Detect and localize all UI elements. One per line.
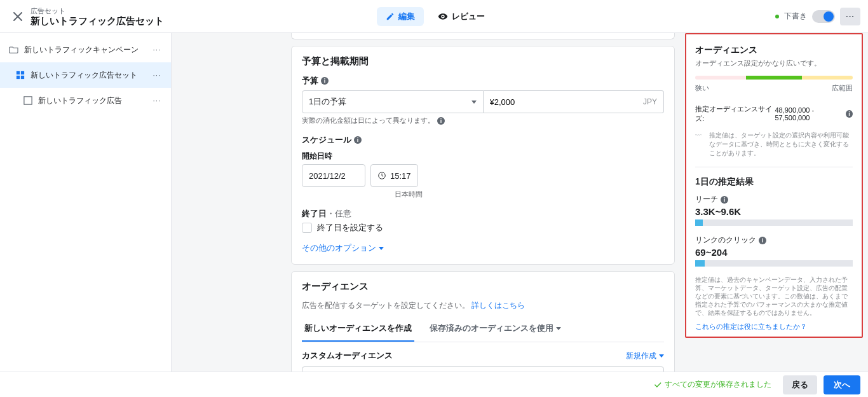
check-icon — [653, 380, 662, 389]
tree-campaign[interactable]: 新しいトラフィックキャンペーン ··· — [0, 37, 171, 62]
tree-ad-label: 新しいトラフィック広告 — [38, 95, 122, 106]
custom-audience-label: カスタムオーディエンス — [302, 350, 393, 361]
audience-learn-more-link[interactable]: 詳しくはこちら — [471, 301, 525, 310]
svg-rect-2 — [17, 76, 20, 79]
est-size-value: 48,900,000 - 57,500,000 — [775, 106, 843, 122]
close-button[interactable] — [8, 6, 28, 27]
info-icon[interactable]: i — [759, 237, 766, 244]
tree-item-more[interactable]: ··· — [149, 67, 165, 83]
reach-label: リーチ — [695, 194, 718, 205]
audience-desc: 広告を配信するターゲットを設定してください。 — [302, 301, 470, 310]
budget-schedule-card: 予算と掲載期間 予算 i 1日の予算 JPY — [291, 46, 675, 265]
top-header: 広告セット 新しいトラフィック広告セット 編集 レビュー 下書き ··· — [0, 0, 868, 33]
gauge-narrow-label: 狭い — [695, 83, 709, 93]
status-dot — [775, 15, 779, 18]
more-options-link[interactable]: その他のオプション — [302, 242, 664, 254]
draft-toggle[interactable] — [812, 10, 835, 23]
clicks-bar — [695, 260, 853, 267]
start-label: 開始日時 — [302, 151, 664, 162]
bottom-bar: すべての変更が保存されました 戻る 次へ — [0, 372, 868, 397]
back-button-label: 戻る — [792, 380, 808, 389]
card-partial-above — [291, 33, 675, 39]
feedback-link[interactable]: これらの推定は役に立ちましたか？ — [695, 322, 853, 331]
budget-schedule-title: 予算と掲載期間 — [302, 55, 664, 67]
info-icon[interactable]: i — [721, 196, 728, 204]
est-size-note: 推定値は、ターゲット設定の選択内容や利用可能なデータに基づき、時間とともに大きく… — [709, 131, 853, 158]
trend-icon: 〰 — [695, 131, 705, 158]
back-button[interactable]: 戻る — [783, 375, 817, 394]
rp-subtitle: オーディエンス設定がかなり広いです。 — [695, 59, 853, 68]
clicks-value: 69~204 — [695, 247, 853, 258]
new-audience-link[interactable]: 新規作成 — [626, 351, 664, 361]
budget-amount-input[interactable]: JPY — [484, 90, 665, 113]
chevron-down-icon — [471, 101, 477, 104]
budget-type-select[interactable]: 1日の予算 — [302, 90, 484, 113]
timezone-label: 日本時間 — [302, 190, 423, 199]
tree-item-more[interactable]: ··· — [149, 93, 165, 108]
more-options-label: その他のオプション — [302, 242, 376, 254]
svg-rect-4 — [24, 97, 32, 104]
review-button[interactable]: レビュー — [431, 7, 491, 26]
budget-label: 予算 — [302, 75, 318, 87]
pencil-icon — [386, 12, 395, 21]
tab-new-audience-label: 新しいオーディエンスを作成 — [304, 323, 412, 334]
clock-icon — [377, 171, 386, 180]
status-label: 下書き — [784, 11, 807, 22]
audience-insights-panel: オーディエンス オーディエンス設定がかなり広いです。 狭い 広範囲 推定オーディ… — [685, 33, 863, 338]
budget-currency: JPY — [643, 97, 657, 106]
clicks-label: リンクのクリック — [695, 235, 756, 246]
edit-button[interactable]: 編集 — [377, 7, 424, 26]
header-more-button[interactable]: ··· — [840, 8, 860, 25]
rp-title: オーディエンス — [695, 45, 853, 56]
tree-campaign-label: 新しいトラフィックキャンペーン — [24, 45, 139, 55]
start-time-input[interactable]: 15:17 — [370, 164, 418, 187]
adset-icon — [15, 70, 25, 80]
info-icon[interactable]: i — [321, 77, 329, 85]
main-content: 予算と掲載期間 予算 i 1日の予算 JPY — [172, 33, 868, 372]
budget-type-value: 1日の予算 — [309, 96, 346, 108]
new-audience-link-label: 新規作成 — [626, 351, 656, 361]
start-date-input[interactable]: 2021/12/2 — [302, 164, 365, 187]
daily-title: 1日の推定結果 — [695, 176, 853, 188]
tab-new-audience[interactable]: 新しいオーディエンスを作成 — [302, 316, 414, 342]
eye-icon — [438, 11, 448, 22]
svg-rect-3 — [21, 76, 24, 79]
gauge-wide-label: 広範囲 — [832, 83, 853, 93]
review-button-label: レビュー — [452, 11, 485, 22]
start-date-value: 2021/12/2 — [309, 171, 346, 181]
start-time-value: 15:17 — [390, 171, 411, 181]
tree-item-more[interactable]: ··· — [149, 42, 165, 57]
reach-bar — [695, 219, 853, 226]
reach-value: 3.3K~9.6K — [695, 206, 853, 217]
chevron-down-icon — [379, 247, 384, 250]
info-icon[interactable]: i — [354, 136, 362, 144]
est-size-label: 推定オーディエンスサイズ: — [695, 104, 772, 123]
tree-ad[interactable]: 新しいトラフィック広告 ··· — [0, 88, 171, 113]
ad-icon — [23, 95, 33, 106]
end-label: 終了日 — [302, 209, 327, 218]
header-title-block: 広告セット 新しいトラフィック広告セット — [31, 6, 164, 27]
info-icon[interactable]: i — [846, 110, 853, 118]
audience-width-gauge — [695, 76, 853, 80]
svg-rect-1 — [21, 71, 24, 74]
audience-card: オーディエンス 広告を配信するターゲットを設定してください。 詳しくはこちら 新… — [291, 271, 675, 372]
audience-search[interactable] — [302, 366, 664, 372]
save-status-label: すべての変更が保存されました — [665, 379, 771, 390]
next-button[interactable]: 次へ — [824, 375, 860, 394]
tree-adset[interactable]: 新しいトラフィック広告セット ··· — [0, 62, 171, 88]
campaign-tree-sidebar: 新しいトラフィックキャンペーン ··· 新しいトラフィック広告セット ··· 新… — [0, 33, 172, 372]
budget-amount-field[interactable] — [490, 97, 643, 107]
next-button-label: 次へ — [834, 380, 850, 389]
end-optional: ・任意 — [327, 209, 351, 218]
save-status: すべての変更が保存されました — [653, 379, 771, 390]
end-date-checkbox[interactable] — [302, 223, 312, 233]
info-icon[interactable]: i — [437, 117, 445, 125]
chevron-down-icon — [659, 354, 664, 358]
budget-helper: 実際の消化金額は日によって異なります。 — [302, 116, 435, 125]
chevron-down-icon — [556, 327, 561, 330]
tab-saved-audience[interactable]: 保存済みのオーディエンスを使用 — [427, 316, 564, 342]
schedule-label: スケジュール — [302, 134, 351, 146]
header-subtitle: 広告セット — [31, 6, 164, 15]
audience-title: オーディエンス — [302, 281, 664, 293]
estimate-footnote: 推定値は、過去のキャンペーンデータ、入力された予算、マーケットデータ、ターゲット… — [695, 275, 853, 317]
